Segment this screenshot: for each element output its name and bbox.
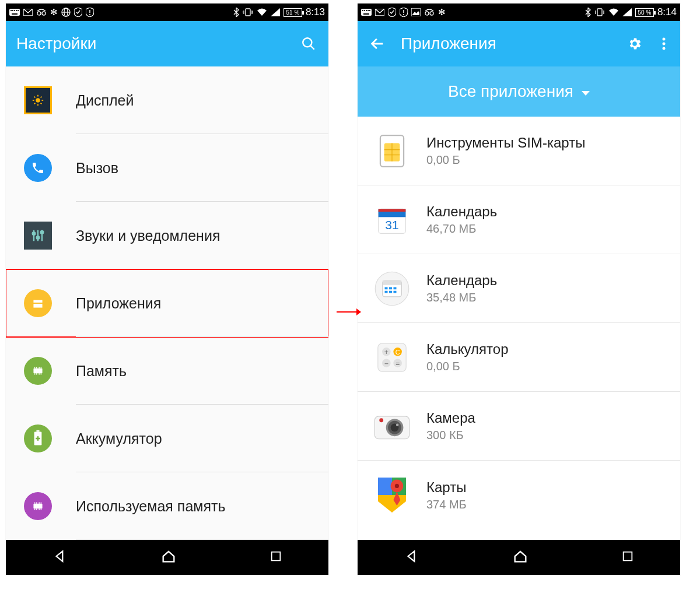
- keyboard-icon: [9, 9, 20, 16]
- svg-rect-67: [369, 10, 370, 11]
- arrow-right-icon: [335, 302, 361, 322]
- svg-rect-64: [364, 10, 365, 11]
- filter-dropdown[interactable]: Все приложения: [358, 66, 680, 117]
- shield-alert-icon: [86, 8, 94, 17]
- svg-rect-38: [33, 304, 42, 308]
- gear-icon[interactable]: [625, 34, 644, 53]
- wifi-icon: [257, 8, 267, 16]
- nav-recent-icon[interactable]: [621, 550, 634, 565]
- settings-item-apps[interactable]: Приложения: [6, 269, 328, 337]
- bluetooth-icon: [233, 8, 239, 17]
- svg-point-110: [379, 418, 383, 422]
- app-row-camera[interactable]: Камера 300 КБ: [358, 392, 680, 461]
- settings-item-used-memory[interactable]: Используемая память: [6, 472, 328, 540]
- nav-back-icon[interactable]: [52, 549, 68, 566]
- app-row-calendar[interactable]: Календарь 35,48 МБ: [358, 254, 680, 323]
- incognito-icon: [424, 9, 435, 16]
- svg-point-14: [89, 14, 90, 15]
- svg-point-80: [663, 43, 666, 45]
- battery-icon: 50 %: [635, 8, 654, 17]
- svg-rect-95: [389, 287, 392, 289]
- settings-item-label: Звуки и уведомления: [76, 227, 311, 244]
- svg-rect-68: [363, 13, 369, 15]
- settings-list: Дисплей Вызов Звуки и уведомле: [6, 66, 328, 540]
- calculator-icon: +C−=: [373, 338, 411, 377]
- gmail-icon: [375, 9, 384, 16]
- calendar-icon: [373, 269, 411, 308]
- svg-rect-99: [394, 290, 397, 293]
- app-row-sim[interactable]: Инструменты SIM-карты 0,00 Б: [358, 117, 680, 185]
- svg-point-35: [37, 236, 40, 239]
- svg-text:+: +: [384, 348, 388, 356]
- keyboard-icon: [361, 9, 372, 16]
- shield-check-icon: [74, 8, 82, 17]
- apps-list: Инструменты SIM-карты 0,00 Б 31 Календар…: [358, 117, 680, 540]
- status-bar: ✻ 50 % 8:14: [358, 3, 680, 21]
- signal-icon: [271, 8, 280, 16]
- overflow-icon[interactable]: [658, 34, 670, 53]
- svg-rect-37: [33, 300, 42, 303]
- svg-rect-96: [394, 287, 397, 289]
- settings-item-label: Память: [76, 363, 311, 380]
- clock-text: 8:13: [306, 6, 325, 18]
- svg-rect-3: [14, 10, 15, 11]
- camera-icon: [373, 407, 411, 445]
- svg-rect-39: [33, 369, 42, 374]
- settings-item-display[interactable]: Дисплей: [6, 66, 328, 134]
- svg-line-29: [34, 103, 36, 104]
- nav-back-icon[interactable]: [404, 549, 419, 566]
- svg-point-8: [37, 12, 41, 15]
- svg-rect-97: [385, 290, 388, 293]
- svg-point-9: [42, 12, 46, 15]
- svg-point-34: [33, 232, 36, 235]
- snowflake-icon: ✻: [438, 7, 446, 17]
- settings-item-sound[interactable]: Звуки и уведомления: [6, 202, 328, 269]
- signal-icon: [622, 8, 632, 16]
- app-bar: Настройки: [6, 21, 328, 66]
- battery-plus-icon: [24, 424, 52, 452]
- nav-bar: [358, 540, 680, 575]
- app-size: 46,70 МБ: [426, 222, 497, 236]
- settings-item-call[interactable]: Вызов: [6, 134, 328, 202]
- nav-recent-icon[interactable]: [270, 550, 282, 565]
- nav-home-icon[interactable]: [160, 548, 177, 567]
- chip-icon: [24, 492, 52, 520]
- page-title: Приложения: [401, 34, 611, 53]
- settings-item-memory[interactable]: Память: [6, 337, 328, 405]
- settings-screen: ✻: [6, 3, 328, 575]
- app-name: Карты: [426, 479, 467, 496]
- vibrate-icon: [243, 8, 253, 16]
- svg-rect-49: [36, 430, 39, 432]
- settings-item-label: Приложения: [76, 295, 311, 312]
- app-row-maps[interactable]: Карты 374 МБ: [358, 461, 680, 529]
- svg-rect-93: [383, 280, 402, 285]
- globe-icon: [61, 8, 71, 17]
- nav-bar: [6, 540, 328, 575]
- google-calendar-icon: 31: [373, 201, 411, 239]
- app-row-calendar-google[interactable]: 31 Календарь 46,70 МБ: [358, 185, 680, 254]
- svg-rect-6: [12, 13, 18, 15]
- svg-line-30: [41, 97, 42, 98]
- settings-item-battery[interactable]: Аккумулятор: [6, 405, 328, 472]
- incognito-icon: [36, 9, 47, 16]
- app-row-calculator[interactable]: +C−= Калькулятор 0,00 Б: [358, 323, 680, 392]
- app-size: 0,00 Б: [426, 360, 509, 373]
- svg-rect-94: [385, 287, 388, 289]
- svg-rect-15: [246, 9, 250, 16]
- svg-rect-63: [362, 10, 363, 11]
- back-icon[interactable]: [368, 34, 387, 53]
- nav-home-icon[interactable]: [512, 548, 528, 567]
- svg-rect-4: [16, 10, 17, 11]
- phone-icon: [24, 154, 52, 182]
- search-icon[interactable]: [299, 34, 318, 53]
- shield-check-icon: [388, 8, 396, 17]
- app-name: Камера: [426, 410, 475, 426]
- svg-point-81: [663, 47, 666, 50]
- snowflake-icon: ✻: [50, 7, 58, 17]
- svg-rect-89: [379, 209, 406, 212]
- app-size: 35,48 МБ: [426, 291, 497, 304]
- display-icon: [24, 86, 52, 114]
- status-bar: ✻: [6, 3, 328, 21]
- wifi-icon: [608, 8, 619, 16]
- google-maps-icon: [373, 476, 411, 514]
